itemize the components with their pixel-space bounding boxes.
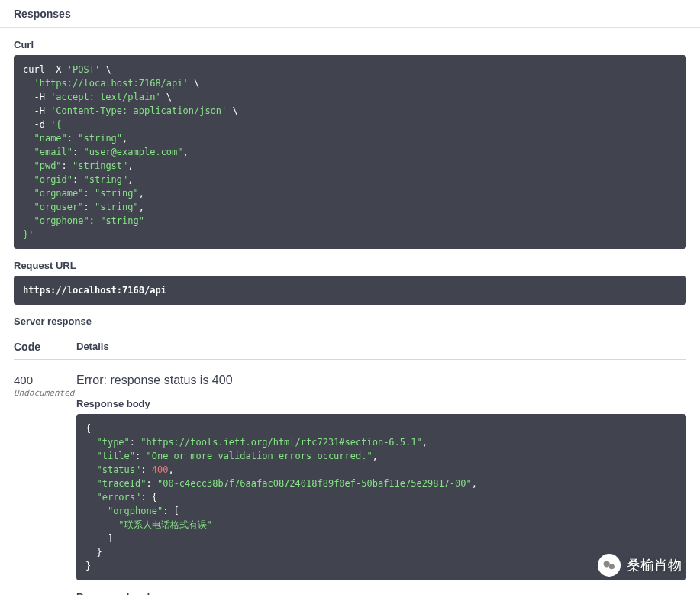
- responses-header: Responses: [0, 0, 700, 28]
- request-url-label: Request URL: [14, 260, 686, 271]
- request-url-block[interactable]: https://localhost:7168/api: [14, 276, 686, 305]
- response-table-header: Code Details: [14, 335, 686, 360]
- response-row: 400 Undocumented Error: response status …: [14, 373, 686, 595]
- content-area: Curl curl -X 'POST' \ 'https://localhost…: [0, 28, 700, 595]
- col-details-header: Details: [76, 341, 109, 353]
- response-body-label: Response body: [76, 398, 686, 409]
- request-url-value: https://localhost:7168/api: [23, 285, 166, 296]
- response-body-block[interactable]: { "type": "https://tools.ietf.org/html/r…: [76, 414, 686, 580]
- status-code: 400: [14, 373, 76, 386]
- server-response-label: Server response: [14, 315, 686, 327]
- col-code-header: Code: [14, 341, 76, 353]
- responses-title: Responses: [14, 8, 686, 20]
- curl-label: Curl: [14, 39, 686, 50]
- response-details-cell: Error: response status is 400 Response b…: [76, 373, 686, 595]
- curl-codeblock[interactable]: curl -X 'POST' \ 'https://localhost:7168…: [14, 55, 686, 249]
- response-headers-label: Response headers: [76, 591, 686, 595]
- undocumented-label: Undocumented: [14, 388, 76, 398]
- error-message: Error: response status is 400: [76, 373, 686, 387]
- response-code-cell: 400 Undocumented: [14, 373, 76, 398]
